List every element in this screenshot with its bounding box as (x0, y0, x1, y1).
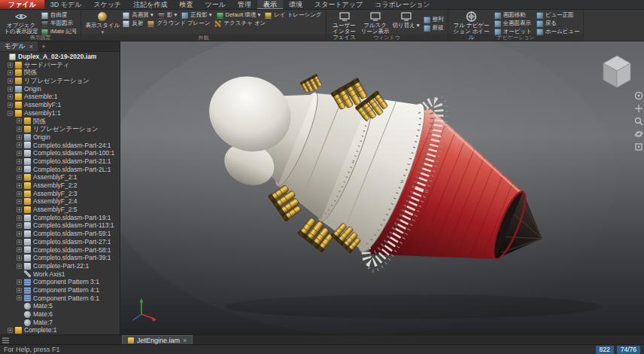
ribbon-small-button[interactable]: 自由度 (41, 11, 77, 19)
tree-item[interactable]: + Completo.sldasm-Part-59:1 (0, 230, 120, 238)
ribbon-small-button[interactable]: 画面移動 (494, 11, 532, 19)
ribbon-tab[interactable]: 表示 (257, 0, 283, 9)
ribbon-tab[interactable]: 3D モデル (44, 0, 88, 9)
ribbon-small-button[interactable]: 半面図示 (41, 20, 77, 27)
expand-toggle-icon[interactable]: + (17, 215, 22, 221)
tree-item[interactable]: + Completo.sldasm-Part-27:1 (0, 238, 120, 246)
expand-toggle-icon[interactable]: − (8, 111, 13, 116)
tree-item[interactable]: + AssemblyF_2:3 (0, 190, 120, 198)
expand-toggle-icon[interactable]: + (17, 175, 22, 180)
tree-item[interactable]: + サードパーティ (0, 61, 120, 69)
tree-item[interactable]: + AssemblyF_2:2 (0, 182, 120, 190)
ribbon-tab[interactable]: 検査 (174, 0, 199, 9)
expand-toggle-icon[interactable]: + (17, 231, 22, 237)
tree-item[interactable]: + Complete:1 (0, 326, 120, 334)
tree-item[interactable]: Mate:6 (0, 310, 120, 319)
look-at-icon[interactable] (634, 142, 643, 151)
orbit-icon[interactable] (634, 130, 643, 139)
tree-item[interactable]: + Completo.sldasm-Part-58:1 (0, 246, 120, 255)
expand-toggle-icon[interactable]: + (17, 295, 22, 301)
ribbon-small-button[interactable]: テクスチャ オン (214, 20, 266, 27)
expand-toggle-icon[interactable]: + (17, 142, 22, 148)
ribbon-small-button[interactable]: 新規 (424, 24, 444, 32)
tree-item[interactable]: + Component Pattern 6:1 (0, 294, 120, 303)
tree-item[interactable]: + Completo.sldasm-Part-21:1 (0, 157, 120, 166)
expand-toggle-icon[interactable]: + (17, 159, 22, 164)
expand-toggle-icon[interactable]: + (17, 207, 22, 212)
file-menu-button[interactable]: ファイル (0, 0, 44, 9)
object-visibility-button[interactable]: オブジェクトの表示設定 (4, 11, 38, 35)
ribbon-tab[interactable]: 管理 (232, 0, 257, 9)
expand-toggle-icon[interactable]: + (17, 255, 22, 261)
tab-list-icon[interactable] (0, 335, 11, 344)
browser-tab-model[interactable]: モデル × (0, 41, 38, 51)
navigation-wheel-icon[interactable] (634, 91, 643, 100)
tree-item[interactable]: Mate:7 (0, 319, 120, 327)
tree-item[interactable]: + 関係 (0, 117, 120, 126)
ribbon-small-button[interactable]: 正投影 ▾ (181, 11, 211, 19)
ribbon-tab[interactable]: ツール (199, 0, 232, 9)
tree-item[interactable]: + AssemblyF_2:5 (0, 206, 120, 214)
tree-item[interactable]: + AssemblyF_2:4 (0, 197, 120, 206)
tree-item[interactable]: + Component Pattern 3:1 (0, 278, 120, 286)
ribbon-tab[interactable]: 注記を作成 (127, 0, 173, 9)
tree-item[interactable]: + Component Pattern 4:1 (0, 286, 120, 294)
ribbon-tab[interactable]: スタートアップ (308, 0, 369, 9)
expand-toggle-icon[interactable]: + (17, 288, 22, 293)
ribbon-small-button[interactable]: 影 ▾ (158, 11, 177, 19)
tree-item[interactable]: + リプレゼンテーション (0, 125, 120, 133)
ribbon-small-button[interactable]: Default 環境 ▾ (217, 11, 261, 19)
ribbon-tab[interactable]: スケッチ (87, 0, 127, 9)
tree-item[interactable]: Mate:5 (0, 302, 120, 310)
tree-item[interactable]: + Completo.sldasm-Part-39:1 (0, 254, 120, 262)
expand-toggle-icon[interactable]: + (8, 102, 13, 108)
tree-item[interactable]: + Completo.sldasm-Part-2L:1 (0, 166, 120, 174)
expand-toggle-icon[interactable]: + (17, 247, 22, 252)
expand-toggle-icon[interactable]: + (8, 78, 13, 84)
tree-item[interactable]: + Assemble:1 (0, 93, 120, 101)
expand-toggle-icon[interactable]: + (8, 63, 13, 68)
tree-item[interactable]: + Completo.sldasm-Part-100:1 (0, 149, 120, 157)
3d-scene[interactable] (120, 41, 644, 334)
ribbon-small-button[interactable]: グラウンド プレーン (147, 20, 210, 27)
expand-toggle-icon[interactable]: + (17, 199, 22, 204)
tree-item[interactable]: Work Axis1 (0, 270, 120, 279)
ribbon-small-button[interactable]: 全画面表示 (494, 20, 532, 27)
tree-item[interactable]: + Complete-Part-22:1 (0, 262, 120, 270)
expand-toggle-icon[interactable]: + (8, 94, 13, 99)
expand-toggle-icon[interactable]: + (17, 191, 22, 197)
tree-item[interactable]: − Assembly1:1 (0, 109, 120, 117)
visual-style-button[interactable]: 表示スタイル ▾ (85, 11, 120, 35)
ribbon-tab[interactable]: 環境 (283, 0, 308, 9)
document-tab-jetengine[interactable]: JetEngine.iam × (122, 335, 193, 344)
3d-viewport[interactable] (120, 41, 644, 334)
expand-toggle-icon[interactable]: + (17, 118, 22, 124)
tree-item[interactable]: + 関係 (0, 69, 120, 77)
expand-toggle-icon[interactable]: + (17, 127, 22, 132)
ribbon-tab[interactable]: コラボレーション (369, 0, 436, 9)
expand-toggle-icon[interactable]: + (8, 328, 13, 333)
ribbon-small-button[interactable]: ビュー正面 (536, 11, 580, 19)
pan-icon[interactable] (634, 104, 643, 113)
tree-item[interactable]: + Completo.sldasm-Part-113:1 (0, 221, 120, 230)
expand-toggle-icon[interactable]: + (8, 70, 13, 75)
tree-item[interactable]: + Completo.sldasm-Part-24:1 (0, 142, 120, 150)
ribbon-small-button[interactable]: レイ トレーシング (265, 11, 321, 19)
expand-toggle-icon[interactable]: + (17, 264, 22, 269)
close-icon[interactable]: × (29, 43, 33, 50)
close-icon[interactable]: × (183, 337, 187, 344)
ribbon-small-button[interactable]: 整列 (424, 16, 444, 23)
tree-item[interactable]: + リプレゼンテーション (0, 77, 120, 85)
expand-toggle-icon[interactable]: + (8, 87, 13, 92)
expand-toggle-icon[interactable]: + (17, 223, 22, 228)
tree-item[interactable]: + AssemblyF:1 (0, 101, 120, 109)
ribbon-small-button[interactable]: 高画質 ▾ (123, 11, 153, 19)
tree-item[interactable]: Duplex_A_02-19-2020.iam (0, 53, 120, 61)
expand-toggle-icon[interactable]: + (17, 151, 22, 156)
add-browser-tab-button[interactable]: + (38, 41, 50, 51)
ribbon-small-button[interactable]: 反射 (123, 20, 143, 27)
expand-toggle-icon[interactable]: + (17, 279, 22, 285)
tree-item[interactable]: + Origin (0, 85, 120, 93)
ribbon-small-button[interactable]: 戻る (536, 20, 580, 27)
tree-item[interactable]: + Completo.sldasm-Part-19:1 (0, 214, 120, 222)
